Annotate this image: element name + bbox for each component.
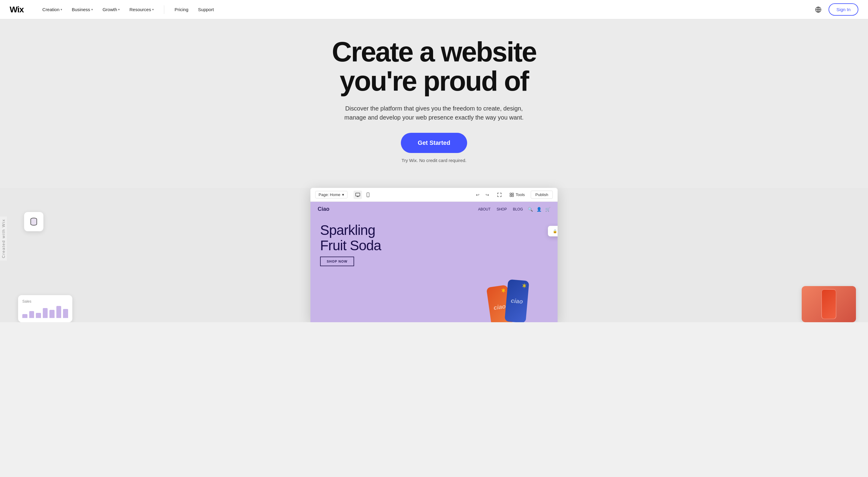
undo-button[interactable]: ↩ bbox=[473, 191, 482, 199]
sales-bars bbox=[22, 306, 68, 318]
user-icon: 👤 bbox=[536, 207, 541, 212]
blue-can: ciao bbox=[504, 279, 529, 322]
sales-bar bbox=[22, 314, 27, 318]
tools-label: Tools bbox=[516, 193, 525, 197]
fullscreen-button[interactable] bbox=[495, 191, 504, 199]
undo-redo: ↩ ↪ bbox=[473, 191, 492, 199]
site-nav-icons: 🔍 👤 🛒 bbox=[528, 207, 550, 212]
site-nav-blog: BLOG bbox=[513, 207, 523, 211]
sales-bar bbox=[36, 313, 41, 318]
sales-card: Sales bbox=[18, 295, 72, 322]
hero-subtitle: Discover the platform that gives you the… bbox=[338, 104, 530, 122]
nav-item-business[interactable]: Business ▾ bbox=[67, 4, 97, 14]
chevron-down-icon: ▾ bbox=[61, 8, 62, 11]
nav-support[interactable]: Support bbox=[194, 4, 218, 14]
nav-business-label: Business bbox=[72, 7, 90, 12]
nav-links: Creation ▾ Business ▾ Growth ▾ Resources… bbox=[38, 4, 813, 14]
search-icon: 🔍 bbox=[528, 207, 533, 212]
nav-creation-label: Creation bbox=[42, 7, 60, 12]
sales-bar bbox=[29, 311, 34, 318]
site-brand: Ciao bbox=[318, 206, 330, 212]
svg-rect-13 bbox=[512, 195, 514, 197]
site-nav-shop: SHOP bbox=[497, 207, 507, 211]
right-preview-card bbox=[802, 286, 856, 322]
globe-icon bbox=[815, 6, 822, 13]
chevron-down-icon: ▾ bbox=[118, 8, 120, 11]
svg-rect-10 bbox=[510, 193, 512, 195]
language-selector[interactable] bbox=[813, 4, 824, 15]
svg-rect-12 bbox=[510, 195, 512, 197]
nav-resources-label: Resources bbox=[129, 7, 151, 12]
tools-menu[interactable]: Tools bbox=[507, 191, 527, 198]
url-bar: 🔒 https://www.ciaodrinks.com bbox=[548, 226, 558, 236]
page-selector[interactable]: Page: Home ▾ bbox=[315, 191, 347, 199]
nav-growth-label: Growth bbox=[102, 7, 117, 12]
redo-button[interactable]: ↪ bbox=[483, 191, 492, 199]
database-icon bbox=[29, 217, 38, 227]
page-label: Page: Home bbox=[318, 193, 340, 197]
nav-item-growth[interactable]: Growth ▾ bbox=[98, 4, 124, 14]
cart-icon: 🛒 bbox=[545, 207, 550, 212]
chevron-down-icon: ▾ bbox=[91, 8, 93, 11]
nav-item-resources[interactable]: Resources ▾ bbox=[125, 4, 158, 14]
expand-icon bbox=[497, 193, 501, 197]
sales-label: Sales bbox=[22, 299, 68, 304]
tools-icon bbox=[510, 193, 514, 197]
database-icon-card bbox=[24, 212, 43, 231]
svg-marker-14 bbox=[501, 287, 506, 294]
site-preview: 🔒 https://www.ciaodrinks.com Ciao ABOUT … bbox=[310, 202, 558, 322]
hero-no-cc-text: Try Wix. No credit card required. bbox=[401, 158, 466, 163]
chevron-down-icon: ▾ bbox=[342, 193, 344, 197]
sign-in-button[interactable]: Sign In bbox=[829, 3, 858, 16]
chevron-down-icon: ▾ bbox=[152, 8, 154, 11]
svg-rect-5 bbox=[355, 193, 360, 196]
editor-window: Page: Home ▾ bbox=[310, 188, 558, 322]
device-icons bbox=[353, 191, 372, 199]
created-with-wix-label: Created with Wix bbox=[0, 216, 7, 261]
toolbar-right: ↩ ↪ Tools Publish bbox=[473, 191, 553, 199]
nav-right: Sign In bbox=[813, 3, 858, 16]
nav-pricing[interactable]: Pricing bbox=[170, 4, 193, 14]
cans-illustration: ciao ciao bbox=[488, 220, 527, 322]
mobile-device-button[interactable] bbox=[364, 191, 372, 199]
site-nav-about: ABOUT bbox=[478, 207, 490, 211]
right-card-can bbox=[821, 289, 836, 319]
hero-title: Create a website you're proud of bbox=[299, 37, 569, 96]
svg-marker-15 bbox=[522, 283, 527, 288]
editor-toolbar: Page: Home ▾ bbox=[310, 188, 558, 202]
site-nav-links: ABOUT SHOP BLOG bbox=[478, 207, 523, 211]
svg-rect-11 bbox=[512, 193, 514, 195]
shop-now-button[interactable]: SHOP NOW bbox=[320, 257, 354, 266]
starburst-decoration-2 bbox=[521, 283, 527, 289]
hero-section: Create a website you're proud of Discove… bbox=[0, 19, 868, 188]
preview-section: Created with Wix Sales Page: Home ▾ bbox=[0, 188, 868, 322]
svg-point-9 bbox=[368, 196, 368, 197]
wix-logo[interactable]: Wix bbox=[10, 5, 24, 14]
nav-item-creation[interactable]: Creation ▾ bbox=[38, 4, 67, 14]
desktop-icon bbox=[355, 193, 360, 197]
sales-bar bbox=[43, 308, 48, 318]
publish-button[interactable]: Publish bbox=[531, 191, 553, 199]
desktop-device-button[interactable] bbox=[353, 191, 362, 199]
get-started-button[interactable]: Get Started bbox=[401, 133, 467, 153]
lock-icon: 🔒 bbox=[553, 229, 557, 233]
right-card-content bbox=[802, 286, 856, 322]
mobile-icon bbox=[367, 193, 370, 197]
starburst-decoration bbox=[500, 287, 506, 293]
sales-bar bbox=[63, 309, 68, 318]
sales-bar bbox=[56, 306, 61, 318]
site-navbar: Ciao ABOUT SHOP BLOG 🔍 👤 🛒 bbox=[310, 202, 558, 216]
navbar: Wix Creation ▾ Business ▾ Growth ▾ Resou… bbox=[0, 0, 868, 19]
sales-bar bbox=[50, 310, 55, 318]
